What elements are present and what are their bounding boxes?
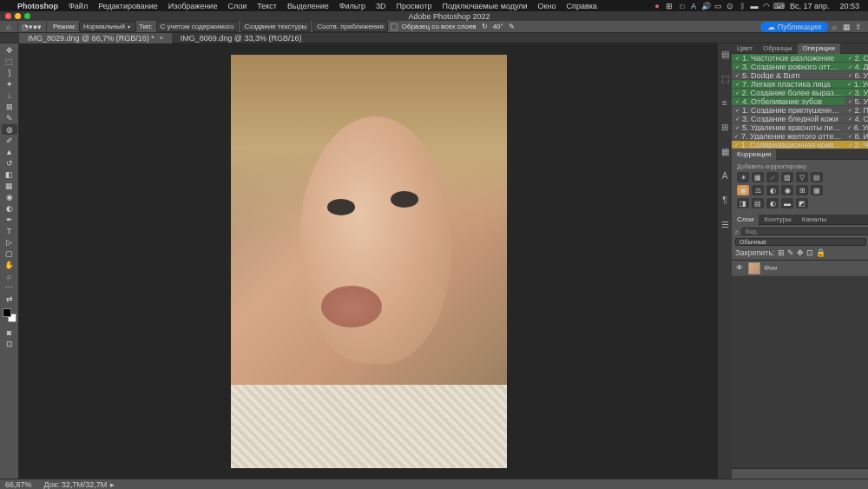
menu-layers[interactable]: Слои bbox=[222, 2, 252, 10]
dock-icon[interactable]: ≡ bbox=[718, 96, 732, 109]
more-icon[interactable]: ▤ bbox=[811, 172, 823, 182]
menubar-time[interactable]: 20:53 bbox=[834, 2, 865, 10]
action-item[interactable]: ✓6. Уменьшение желтого о… bbox=[845, 123, 868, 132]
channel-mixer-icon[interactable]: ⊞ bbox=[796, 185, 808, 195]
move-tool[interactable]: ✥ bbox=[2, 45, 17, 56]
tool-preset[interactable]: ◔▾ bbox=[22, 22, 32, 32]
volume-icon[interactable]: 🔊 bbox=[700, 1, 712, 11]
lock-artboard-icon[interactable]: ⊡ bbox=[806, 248, 813, 257]
action-item[interactable]: ✓4. Добавление шума на т… bbox=[845, 63, 868, 71]
canvas-area[interactable] bbox=[19, 43, 718, 479]
action-item[interactable]: ✓7. Легкая пластика лица bbox=[732, 80, 845, 89]
levels-icon[interactable]: ▦ bbox=[752, 172, 764, 182]
dock-icon[interactable]: ▤ bbox=[718, 47, 732, 61]
maximize-button[interactable] bbox=[24, 13, 30, 19]
search-icon[interactable]: ⌕ bbox=[828, 23, 840, 31]
tab-color[interactable]: Цвет bbox=[732, 43, 758, 54]
eraser-tool[interactable]: ◧ bbox=[2, 169, 17, 180]
hue-sat-icon[interactable]: ◉ bbox=[737, 185, 749, 195]
close-icon[interactable]: × bbox=[160, 35, 163, 41]
action-item[interactable]: ✓1. Усиление выразительн… bbox=[845, 80, 868, 89]
minimize-button[interactable] bbox=[15, 13, 21, 19]
path-tool[interactable]: ▷ bbox=[2, 237, 17, 248]
battery-icon[interactable]: ▬ bbox=[748, 1, 760, 11]
shape-tool[interactable]: ▢ bbox=[2, 248, 17, 259]
marquee-tool[interactable]: ⬚ bbox=[2, 56, 17, 67]
opt-content-aware[interactable]: С учетом содержимого bbox=[156, 21, 239, 32]
bw-icon[interactable]: ◐ bbox=[766, 185, 779, 195]
lasso-tool[interactable]: ⟆ bbox=[2, 68, 17, 78]
pressure-icon[interactable]: ✎ bbox=[506, 23, 517, 30]
menu-3d[interactable]: 3D bbox=[371, 2, 391, 10]
dodge-tool[interactable]: ◐ bbox=[2, 203, 17, 214]
tab-swatches[interactable]: Образцы bbox=[758, 43, 798, 54]
action-item[interactable]: ✓1. Частотное разложение bbox=[732, 54, 845, 63]
action-item[interactable]: ✓3. Создание бледной кожи bbox=[732, 115, 845, 123]
dock-icon[interactable]: ⬚ bbox=[718, 71, 732, 85]
document-canvas[interactable] bbox=[231, 55, 507, 468]
layer-name[interactable]: Фон bbox=[764, 264, 777, 272]
action-item[interactable]: ✓4. Отбеливание зубов bbox=[732, 97, 845, 106]
menu-file[interactable]: Файл bbox=[63, 2, 93, 10]
font-icon[interactable]: A bbox=[687, 1, 700, 11]
mode-dropdown[interactable]: Нормальный bbox=[79, 21, 136, 32]
vibrance-icon[interactable]: ▽ bbox=[796, 172, 808, 182]
color-lookup-icon[interactable]: ▦ bbox=[811, 185, 823, 195]
sample-all-checkbox[interactable] bbox=[391, 23, 398, 30]
action-item[interactable]: ✓4. Создание бронзового … bbox=[845, 115, 868, 123]
close-button[interactable] bbox=[5, 13, 11, 19]
brush-size[interactable]: ●▾ bbox=[32, 22, 43, 32]
menu-edit[interactable]: Редактирование bbox=[93, 2, 163, 10]
action-item[interactable]: ✓2. Повышение контрастн… bbox=[845, 106, 868, 115]
publish-button[interactable]: ☁Публикация bbox=[760, 22, 828, 32]
eyedropper-tool[interactable]: ✎ bbox=[2, 113, 17, 123]
action-item[interactable]: ✓5. Dodge & Burn bbox=[732, 71, 845, 80]
quick-mask[interactable]: ◙ bbox=[2, 327, 17, 338]
status-icon[interactable]: ⊙ bbox=[724, 1, 736, 11]
action-item[interactable]: ✓3. Создание ровного отт… bbox=[732, 63, 845, 71]
zoom-level[interactable]: 66,87% bbox=[5, 480, 32, 489]
stamp-tool[interactable]: ▲ bbox=[2, 147, 17, 157]
share-icon[interactable]: ⇪ bbox=[852, 23, 865, 31]
action-item[interactable]: ✓1. Соляризационная крив… bbox=[732, 141, 845, 149]
menu-filter[interactable]: Фильтр bbox=[334, 2, 371, 10]
posterize-icon[interactable]: ▤ bbox=[752, 198, 764, 208]
visibility-icon[interactable]: 👁 bbox=[734, 264, 745, 272]
action-item[interactable]: ✓2. Создание ровного отт… bbox=[845, 54, 868, 63]
dock-icon[interactable]: ▦ bbox=[718, 144, 732, 158]
pen-tool[interactable]: ✒ bbox=[2, 215, 17, 225]
dock-icon[interactable]: ⊞ bbox=[718, 120, 732, 134]
tab-paths[interactable]: Контуры bbox=[759, 215, 796, 225]
history-brush-tool[interactable]: ↺ bbox=[2, 158, 17, 169]
action-item[interactable]: ✓7. Удаление желтого отте… bbox=[732, 132, 845, 141]
dock-type-icon[interactable]: A bbox=[718, 169, 732, 182]
blur-tool[interactable]: ◉ bbox=[2, 192, 17, 202]
type-tool[interactable]: T bbox=[2, 226, 17, 236]
menu-view[interactable]: Просмотр bbox=[391, 2, 437, 10]
opt-proximity[interactable]: Соотв. приближения bbox=[312, 21, 388, 32]
color-swatches[interactable] bbox=[3, 308, 16, 322]
menu-plugins[interactable]: Подключаемые модули bbox=[437, 2, 533, 10]
edit-toolbar[interactable]: ⇄ bbox=[2, 294, 17, 304]
doc-tab[interactable]: IMG_8069.dng @ 33,3% (RGB/16) bbox=[172, 33, 311, 43]
blend-mode-dropdown[interactable]: Обычные bbox=[735, 238, 866, 246]
record-icon[interactable]: ● bbox=[651, 1, 663, 11]
layer-row[interactable]: 👁 Фон 🔒 bbox=[732, 261, 868, 276]
healing-tool[interactable]: ◍ bbox=[2, 124, 17, 135]
menu-window[interactable]: Окно bbox=[533, 2, 562, 10]
opt-texture[interactable]: Создание текстуры bbox=[240, 21, 312, 32]
action-item[interactable]: ✓2. Создание более выраз… bbox=[732, 89, 845, 97]
gradient-tool[interactable]: ▦ bbox=[2, 181, 17, 191]
frame-tool[interactable]: ⊠ bbox=[2, 102, 17, 112]
action-item[interactable]: ✓5. Усиление блеска волос bbox=[845, 97, 868, 106]
wifi-icon[interactable]: ◠ bbox=[760, 1, 773, 11]
angle-value[interactable]: 40° bbox=[490, 23, 506, 30]
menu-image[interactable]: Изображение bbox=[163, 2, 223, 10]
crop-tool[interactable]: ⟂ bbox=[2, 90, 17, 101]
display-icon[interactable]: ▭ bbox=[712, 1, 724, 11]
action-item[interactable]: ✓2. Черно-белый слой bbox=[845, 141, 868, 149]
tab-layers[interactable]: Слои bbox=[732, 215, 759, 225]
brightness-icon[interactable]: ☀ bbox=[737, 172, 749, 182]
menu-app[interactable]: Photoshop bbox=[12, 2, 63, 10]
tab-actions[interactable]: Операции bbox=[798, 43, 840, 54]
